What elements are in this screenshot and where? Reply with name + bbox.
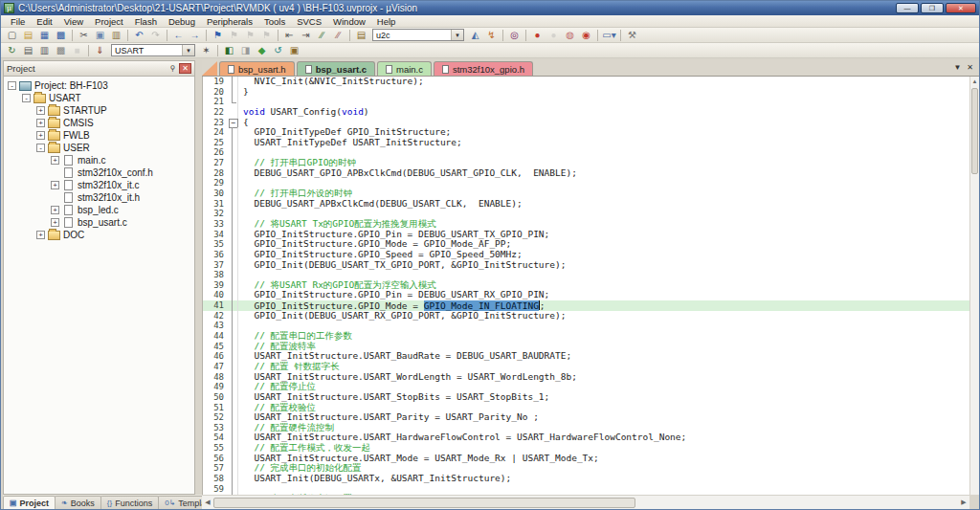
unindent-icon[interactable]: ⇤ <box>281 29 298 42</box>
manage-project-items-icon[interactable]: ◧ <box>221 44 237 57</box>
cut-icon[interactable]: ✂ <box>76 29 92 42</box>
run-time-environment-icon[interactable]: ◆ <box>254 44 270 57</box>
menu-svcs[interactable]: SVCS <box>291 16 327 27</box>
navigate-back-icon[interactable]: ← <box>170 29 187 42</box>
expand-icon[interactable]: + <box>51 181 59 189</box>
undo-icon[interactable]: ↶ <box>131 29 147 42</box>
collapse-icon[interactable]: - <box>8 81 16 90</box>
navigate-forward-icon[interactable]: → <box>187 29 203 42</box>
tree-item-project-bh-f103[interactable]: -Project: BH-F103 <box>4 79 194 92</box>
close-tab-icon[interactable]: ✕ <box>967 63 973 72</box>
manage-components-icon[interactable]: ◨ <box>237 44 254 57</box>
panel-tab-functions[interactable]: {}Functions <box>100 496 159 509</box>
menu-peripherals[interactable]: Peripherals <box>201 16 258 27</box>
restore-button[interactable]: ❐ <box>921 3 944 13</box>
menu-file[interactable]: File <box>5 16 31 27</box>
rebuild-all-icon[interactable]: ▥ <box>36 44 53 57</box>
bookmark-toggle-icon[interactable]: ⚑ <box>210 29 226 42</box>
download-to-flash-icon[interactable]: ⇓ <box>92 44 108 57</box>
expand-icon[interactable]: + <box>51 206 59 214</box>
insert-breakpoint-icon[interactable]: ● <box>529 29 546 42</box>
menu-project[interactable]: Project <box>89 16 129 27</box>
editor-tab-stm32f10x-gpio-h[interactable]: stm32f10x_gpio.h <box>434 61 533 76</box>
expand-icon[interactable]: + <box>51 156 59 165</box>
horizontal-scrollbar[interactable]: ◀ ▶ <box>202 495 969 509</box>
expand-icon[interactable]: + <box>51 218 59 227</box>
configure-wrench-icon[interactable]: ⚒ <box>624 29 640 42</box>
tree-item-fwlb[interactable]: +FWLB <box>4 129 194 142</box>
translate-icon[interactable]: ↻ <box>4 44 20 57</box>
tree-item-usart[interactable]: -USART <box>4 92 194 104</box>
menu-debug[interactable]: Debug <box>163 16 201 27</box>
tree-item-stm32f10x-conf-h[interactable]: +stm32f10x_conf.h <box>4 166 194 179</box>
fold-collapse-icon[interactable] <box>228 118 238 128</box>
menu-flash[interactable]: Flash <box>129 16 163 27</box>
indent-icon[interactable]: ⇥ <box>298 29 314 42</box>
find-next-icon[interactable]: ◭ <box>467 29 483 42</box>
uncomment-selection-icon[interactable]: ∕∕ <box>330 29 346 42</box>
find-icon[interactable]: ◎ <box>506 29 523 42</box>
editor-tab-bsp-usart-h[interactable]: bsp_usart.h <box>219 61 295 76</box>
disable-all-breakpoints-icon[interactable]: ◍ <box>562 29 578 42</box>
vertical-scrollbar[interactable]: ▲ <box>969 77 979 495</box>
tree-item-bsp-usart-c[interactable]: +bsp_usart.c <box>4 216 194 229</box>
editor-tab-bsp-usart-c[interactable]: bsp_usart.c <box>297 61 375 76</box>
panel-tab-project[interactable]: ▣Project <box>3 496 56 509</box>
menu-tools[interactable]: Tools <box>258 16 291 27</box>
copy-icon[interactable]: ▣ <box>92 29 108 42</box>
update-software-packs-icon[interactable]: ↺ <box>270 44 286 57</box>
save-icon[interactable]: ▦ <box>36 29 53 42</box>
tree-item-bsp-led-c[interactable]: +bsp_led.c <box>4 204 194 216</box>
find-text-combo[interactable]: u2c▼ <box>372 29 464 41</box>
tree-item-user[interactable]: -USER <box>4 142 194 154</box>
tree-item-main-c[interactable]: +main.c <box>4 154 194 166</box>
plain-text: GPIO_Init(DEBUG_USART_RX_GPIO_PORT, &GPI… <box>243 310 566 321</box>
collapse-icon[interactable]: - <box>36 144 45 152</box>
save-all-icon[interactable]: ▩ <box>53 29 69 42</box>
chevron-down-icon[interactable]: ▼ <box>182 45 194 55</box>
expand-icon[interactable]: + <box>36 131 45 140</box>
scroll-up-arrow[interactable]: ▲ <box>970 77 979 86</box>
tree-item-startup[interactable]: +STARTUP <box>4 104 194 117</box>
menu-view[interactable]: View <box>58 16 89 27</box>
menu-window[interactable]: Window <box>327 16 371 27</box>
chevron-down-icon[interactable]: ▼ <box>451 30 463 40</box>
menu-edit[interactable]: Edit <box>31 16 57 27</box>
expand-icon[interactable]: + <box>36 119 45 127</box>
expand-icon[interactable]: + <box>36 231 45 239</box>
paste-icon[interactable]: ▥ <box>108 29 124 42</box>
open-folder-icon[interactable]: ▤ <box>20 29 36 42</box>
collapse-icon[interactable]: - <box>22 94 31 102</box>
menu-help[interactable]: Help <box>371 16 402 27</box>
tree-item-doc[interactable]: +DOC <box>4 229 194 241</box>
build-icon[interactable]: ▤ <box>20 44 36 57</box>
tab-list-icon[interactable]: ▼ <box>953 63 961 72</box>
kill-all-breakpoints-icon[interactable]: ◉ <box>578 29 594 42</box>
close-button[interactable]: ✕ <box>946 3 976 13</box>
panel-close-icon[interactable]: ✕ <box>179 63 191 74</box>
panel-splitter[interactable] <box>195 60 202 495</box>
horizontal-scroll-thumb[interactable] <box>213 498 635 508</box>
minimize-button[interactable]: — <box>896 3 919 13</box>
incremental-find-icon[interactable]: ↯ <box>483 29 500 42</box>
target-select-combo[interactable]: USART▼ <box>111 44 195 56</box>
scroll-left-arrow[interactable]: ◀ <box>202 499 213 506</box>
tree-item-stm32f10x-it-c[interactable]: +stm32f10x_it.c <box>4 179 194 191</box>
batch-build-icon[interactable]: ▩ <box>53 44 69 57</box>
options-for-target-icon[interactable]: ✶ <box>198 44 214 57</box>
tree-item-stm32f10x-it-h[interactable]: +stm32f10x_it.h <box>4 191 194 204</box>
clipped-tab[interactable] <box>202 61 217 76</box>
expand-icon[interactable]: + <box>36 106 45 115</box>
tree-item-cmsis[interactable]: +CMSIS <box>4 117 194 129</box>
editor-tab-main-c[interactable]: main.c <box>377 61 432 76</box>
panel-tab-books[interactable]: ❧Books <box>55 496 101 509</box>
new-file-icon[interactable]: ▢ <box>4 29 20 42</box>
scroll-right-arrow[interactable]: ▶ <box>958 499 969 506</box>
code-editor[interactable]: 19 NVIC_Init(&NVIC_InitStructure);20}212… <box>202 77 969 495</box>
pin-icon[interactable]: ⚲ <box>167 63 179 74</box>
window-layout-icon[interactable]: ▭▾ <box>601 29 617 42</box>
pack-installer-icon[interactable]: ▣ <box>286 44 302 57</box>
vertical-scroll-thumb[interactable] <box>971 88 978 174</box>
comment-selection-icon[interactable]: ∕∕ <box>314 29 330 42</box>
find-in-files-icon[interactable]: ▤ <box>353 29 369 42</box>
